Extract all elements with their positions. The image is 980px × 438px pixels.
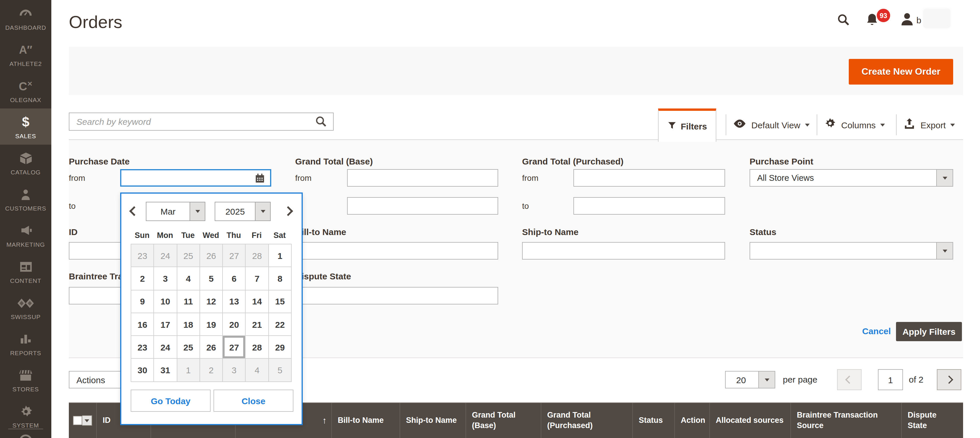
- dispute-state-input[interactable]: [295, 287, 498, 305]
- sidebar-item-sales[interactable]: $SALES: [0, 108, 51, 144]
- calendar-day[interactable]: 19: [200, 313, 223, 336]
- bill-to-name-input[interactable]: [295, 242, 498, 260]
- filters-tab[interactable]: Filters: [658, 108, 716, 142]
- calendar-month-select[interactable]: Mar: [146, 202, 205, 221]
- search-submit-icon[interactable]: [314, 115, 328, 131]
- calendar-day[interactable]: 27: [223, 244, 246, 267]
- purchase-point-select[interactable]: All Store Views: [749, 169, 953, 187]
- calendar-day[interactable]: 21: [246, 313, 269, 336]
- column-header-dispute-state[interactable]: Dispute State: [902, 403, 963, 438]
- calendar-day[interactable]: 30: [131, 359, 154, 382]
- column-header-bill-to-name[interactable]: Bill-to Name: [332, 403, 400, 438]
- purchase-date-from-input[interactable]: [120, 169, 271, 187]
- cancel-button[interactable]: Cancel: [862, 326, 891, 336]
- calendar-day[interactable]: 10: [154, 290, 177, 313]
- calendar-day[interactable]: 29: [269, 336, 292, 359]
- sidebar-item-swissup[interactable]: SWISSUP: [0, 289, 51, 325]
- grand-total-base-from-input[interactable]: [347, 169, 498, 187]
- calendar-day[interactable]: 1: [177, 359, 200, 382]
- column-header-allocated-sources[interactable]: Allocated sources: [710, 403, 791, 438]
- calendar-day-today[interactable]: 27: [223, 336, 246, 359]
- search-input[interactable]: [69, 113, 334, 131]
- calendar-year-select[interactable]: 2025: [215, 202, 270, 221]
- calendar-day[interactable]: 15: [269, 290, 292, 313]
- calendar-day[interactable]: 9: [131, 290, 154, 313]
- user-account-icon[interactable]: [899, 11, 915, 30]
- calendar-day[interactable]: 22: [269, 313, 292, 336]
- grand-total-base-to-input[interactable]: [347, 197, 498, 214]
- close-calendar-button[interactable]: Close: [213, 390, 293, 412]
- calendar-day[interactable]: 24: [154, 244, 177, 267]
- calendar-day[interactable]: 2: [200, 359, 223, 382]
- calendar-day[interactable]: 2: [131, 267, 154, 290]
- dashboard-icon: [18, 6, 33, 22]
- calendar-day[interactable]: 28: [246, 244, 269, 267]
- export-button[interactable]: Export: [903, 110, 955, 140]
- calendar-day[interactable]: 31: [154, 359, 177, 382]
- sidebar-item-stores[interactable]: STORES: [0, 362, 51, 398]
- calendar-day[interactable]: 5: [200, 267, 223, 290]
- calendar-day[interactable]: 28: [246, 336, 269, 359]
- calendar-day[interactable]: 1: [269, 244, 292, 267]
- view-switcher-button[interactable]: Default View: [733, 110, 810, 140]
- calendar-day[interactable]: 20: [223, 313, 246, 336]
- sidebar-item-dashboard[interactable]: DASHBOARD: [0, 0, 51, 36]
- calendar-prev-month-icon[interactable]: [129, 206, 139, 216]
- calendar-day[interactable]: 24: [154, 336, 177, 359]
- sidebar-item-content[interactable]: CONTENT: [0, 253, 51, 289]
- calendar-next-month-icon[interactable]: [283, 206, 293, 216]
- grand-total-purchased-from-input[interactable]: [573, 169, 725, 187]
- calendar-day[interactable]: 26: [200, 336, 223, 359]
- calendar-day[interactable]: 4: [177, 267, 200, 290]
- calendar-day[interactable]: 13: [223, 290, 246, 313]
- calendar-icon[interactable]: [255, 173, 266, 186]
- calendar-day[interactable]: 25: [177, 336, 200, 359]
- status-filter-select[interactable]: [749, 242, 953, 260]
- sidebar-item-catalog[interactable]: CATALOG: [0, 144, 51, 181]
- page-title: Orders: [69, 12, 122, 32]
- previous-page-button[interactable]: [837, 369, 862, 390]
- column-header-action[interactable]: Action: [675, 403, 710, 438]
- sidebar-item-marketing[interactable]: MARKETING: [0, 217, 51, 253]
- grand-total-purchased-to-input[interactable]: [573, 197, 725, 214]
- calendar-day[interactable]: 23: [131, 244, 154, 267]
- select-all-checkbox[interactable]: [73, 415, 92, 426]
- calendar-day[interactable]: 26: [200, 244, 223, 267]
- columns-button[interactable]: Columns: [824, 110, 885, 140]
- calendar-day[interactable]: 5: [269, 359, 292, 382]
- calendar-day[interactable]: 3: [223, 359, 246, 382]
- column-header-braintree-transaction-source[interactable]: Braintree Transaction Source: [791, 403, 902, 438]
- column-header-ship-to-name[interactable]: Ship-to Name: [400, 403, 466, 438]
- user-name[interactable]: b: [916, 15, 921, 25]
- date-picker-calendar: Mar 2025 SunMonTueWedThuFriSat 232425262…: [120, 192, 303, 425]
- sidebar-item-olegnax[interactable]: C✕OLEGNAX: [0, 72, 51, 108]
- calendar-day[interactable]: 14: [246, 290, 269, 313]
- calendar-day[interactable]: 17: [154, 313, 177, 336]
- calendar-day[interactable]: 16: [131, 313, 154, 336]
- sidebar-item-athlete2[interactable]: A″ATHLETE2: [0, 36, 51, 72]
- calendar-day[interactable]: 8: [269, 267, 292, 290]
- ship-to-name-input[interactable]: [522, 242, 725, 260]
- calendar-day[interactable]: 18: [177, 313, 200, 336]
- sidebar-item-customers[interactable]: CUSTOMERS: [0, 181, 51, 217]
- column-header-grand-total-purchased-[interactable]: Grand Total (Purchased): [541, 403, 633, 438]
- calendar-day[interactable]: 23: [131, 336, 154, 359]
- apply-filters-button[interactable]: Apply Filters: [896, 322, 962, 341]
- column-header-status[interactable]: Status: [633, 403, 675, 438]
- calendar-day[interactable]: 4: [246, 359, 269, 382]
- calendar-day[interactable]: 25: [177, 244, 200, 267]
- next-page-button[interactable]: [937, 369, 961, 390]
- calendar-day[interactable]: 7: [246, 267, 269, 290]
- go-today-button[interactable]: Go Today: [130, 390, 211, 412]
- calendar-day[interactable]: 12: [200, 290, 223, 313]
- sidebar-item-reports[interactable]: REPORTS: [0, 325, 51, 362]
- column-header-grand-total-base-[interactable]: Grand Total (Base): [466, 403, 541, 438]
- notification-count-badge[interactable]: 93: [877, 9, 890, 22]
- create-new-order-button[interactable]: Create New Order: [849, 59, 953, 84]
- calendar-day[interactable]: 3: [154, 267, 177, 290]
- calendar-day[interactable]: 11: [177, 290, 200, 313]
- per-page-select[interactable]: 20: [725, 371, 775, 389]
- current-page-input[interactable]: [878, 369, 903, 390]
- calendar-day[interactable]: 6: [223, 267, 246, 290]
- global-search-icon[interactable]: [837, 13, 851, 29]
